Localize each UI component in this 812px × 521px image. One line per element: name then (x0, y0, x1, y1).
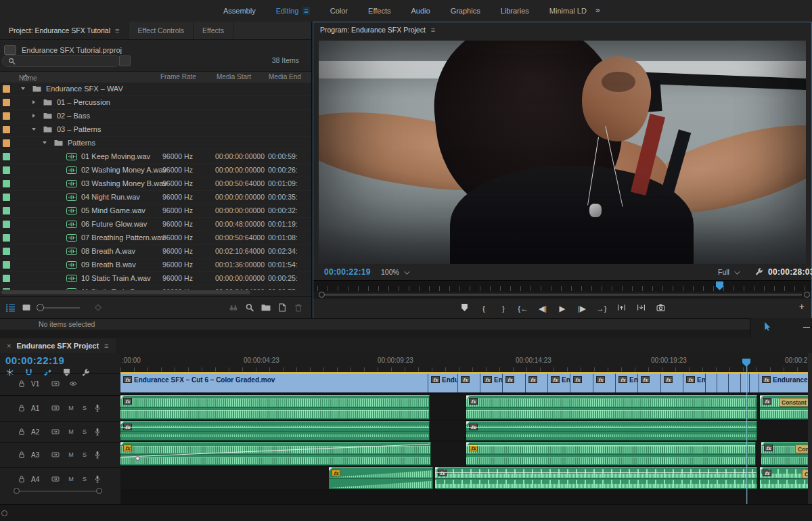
monitor-scrollbar[interactable] (313, 292, 811, 298)
toggle-track-output-eye-icon[interactable] (69, 380, 77, 388)
bin-row[interactable]: 02 – Bass (0, 110, 311, 123)
video-clip[interactable]: fx (458, 373, 480, 392)
column-frame-rate[interactable]: Frame Rate (160, 73, 196, 81)
workspace-menu-icon[interactable]: ≡ (302, 7, 309, 15)
label-color-swatch[interactable] (3, 85, 10, 93)
label-color-swatch[interactable] (3, 112, 10, 120)
column-name[interactable]: Name (19, 73, 29, 81)
track-name[interactable]: A2 (31, 428, 39, 436)
video-clip[interactable] (717, 373, 729, 392)
panel-tab-project-endurance-sfx-tutorial[interactable]: Project: Endurance SFX Tutorial≡ (0, 22, 129, 39)
chevron-right-icon[interactable] (32, 114, 35, 118)
timeline-tab[interactable]: × Endurance SFX Project ≡ (0, 338, 116, 353)
panel-menu-icon[interactable]: ≡ (104, 342, 108, 350)
label-color-swatch[interactable] (3, 153, 10, 160)
workspace-tab-effects[interactable]: Effects (368, 7, 390, 15)
timeline-timecode[interactable]: 00:00:22:19 (5, 355, 64, 366)
workspace-overflow-chevron[interactable]: » (595, 5, 600, 15)
list-view-button[interactable] (5, 303, 16, 312)
video-clip[interactable]: fxEndu (480, 373, 503, 392)
current-timecode[interactable]: 00:00:22:19 (324, 267, 371, 277)
workspace-tab-color[interactable]: Color (330, 7, 348, 15)
settings-wrench-icon[interactable] (754, 267, 763, 276)
bin-row[interactable]: 03 – Patterns (0, 123, 311, 137)
thumbnail-zoom-knob[interactable] (37, 304, 44, 311)
solo-button[interactable]: S (80, 428, 89, 436)
audio-clip[interactable]: fx (466, 442, 756, 466)
go-to-in-button[interactable]: {← (518, 304, 528, 313)
track-lock-icon[interactable] (18, 475, 26, 483)
thumbnail-zoom-slider[interactable] (39, 307, 80, 309)
button-editor-plus[interactable]: + (799, 301, 805, 312)
audio-clip-row[interactable]: 07 Breathing Pattern.wav96000 Hz00:00:50… (0, 231, 311, 245)
workspace-tab-audio[interactable]: Audio (411, 7, 430, 15)
audio-clip-row[interactable]: 02 Washing Money A.wav96000 Hz00:00:00:0… (0, 164, 311, 177)
new-item-button[interactable] (277, 303, 287, 312)
chevron-down-icon[interactable] (43, 141, 47, 144)
project-horizontal-scrollbar[interactable] (1, 290, 250, 294)
delete-button[interactable] (294, 303, 303, 312)
volume-rubber-band[interactable] (466, 445, 755, 446)
video-clip[interactable]: fx (570, 373, 593, 392)
audio-clip-row[interactable]: 09 Breath B.wav96000 Hz00:01:36:0000000:… (0, 258, 311, 272)
source-patch-icon[interactable] (51, 475, 60, 483)
voiceover-record-mic-icon[interactable] (93, 428, 102, 436)
label-color-swatch[interactable] (3, 166, 10, 174)
solo-button[interactable]: S (80, 451, 89, 459)
track-lock-icon[interactable] (18, 428, 26, 436)
video-clip[interactable]: fxEndurance SFX – Cut 6 – Color Graded.m… (120, 373, 428, 392)
video-clip[interactable]: fx (526, 373, 548, 392)
export-frame-button[interactable] (655, 303, 666, 313)
timeline-playhead-line[interactable] (746, 359, 747, 504)
label-color-swatch[interactable] (3, 234, 10, 242)
audio-clip-row[interactable]: 01 Keep Moving.wav96000 Hz00:00:00:00000… (0, 150, 311, 164)
chevron-right-icon[interactable] (32, 100, 35, 104)
workspace-tab-libraries[interactable]: Libraries (501, 7, 529, 15)
volume-rubber-band[interactable] (120, 427, 429, 428)
timeline-ruler[interactable]: :00:0000:00:04:2300:00:09:2300:00:14:230… (120, 353, 812, 373)
timeline-vertical-scrollbar[interactable] (808, 353, 812, 504)
audio-clip[interactable]: fx (435, 467, 757, 489)
workspace-tab-minimal-ld[interactable]: Minimal LD (549, 7, 587, 15)
source-patch-icon[interactable] (51, 451, 60, 459)
voiceover-record-mic-icon[interactable] (93, 404, 102, 412)
chevron-down-icon[interactable] (32, 128, 36, 131)
track-name[interactable]: A1 (31, 405, 39, 412)
selection-tool-icon[interactable] (764, 321, 772, 332)
search-input[interactable] (2, 55, 120, 67)
mute-button[interactable]: M (66, 428, 76, 436)
bin-row[interactable]: Patterns (0, 137, 311, 150)
program-monitor-tab[interactable]: Program: Endurance SFX Project ≡ (320, 26, 435, 34)
label-color-swatch[interactable] (3, 126, 10, 133)
track-lock-icon[interactable] (18, 451, 26, 459)
label-color-swatch[interactable] (3, 99, 10, 106)
audio-clip[interactable]: fx (120, 395, 430, 420)
video-clip[interactable] (741, 373, 750, 392)
audio-clip[interactable]: fx (466, 395, 757, 420)
mute-button[interactable]: M (66, 451, 76, 459)
voiceover-record-mic-icon[interactable] (93, 451, 102, 459)
audio-clip[interactable]: fxConstant G (760, 395, 812, 420)
video-clip[interactable]: fx (503, 373, 526, 392)
mark-in-button[interactable]: { (478, 304, 489, 313)
source-patch-icon[interactable] (51, 428, 60, 436)
column-media-start[interactable]: Media Start (217, 73, 251, 81)
scrollbar-knob-right[interactable] (804, 292, 810, 298)
video-clip[interactable]: fx (638, 373, 661, 392)
scrollbar-knob-left[interactable] (319, 292, 325, 298)
search-filter-button[interactable] (119, 55, 131, 66)
video-clip[interactable]: fx (593, 373, 616, 392)
audio-clip[interactable]: fxCons (761, 442, 812, 466)
find-button[interactable] (245, 303, 254, 312)
source-patch-icon[interactable] (51, 404, 60, 412)
close-icon[interactable]: × (7, 342, 11, 350)
workspace-tab-graphics[interactable]: Graphics (451, 7, 480, 15)
label-color-swatch[interactable] (3, 207, 10, 214)
video-clip[interactable]: fxEndu (548, 373, 570, 392)
column-media-end[interactable]: Media End (269, 73, 301, 81)
new-bin-button[interactable] (261, 303, 271, 312)
workspace-tab-assembly[interactable]: Assembly (223, 7, 256, 15)
track-name[interactable]: A4 (31, 476, 39, 483)
mark-out-button[interactable]: } (498, 304, 509, 313)
timeline-bottom-scroll-knob[interactable] (1, 510, 7, 516)
